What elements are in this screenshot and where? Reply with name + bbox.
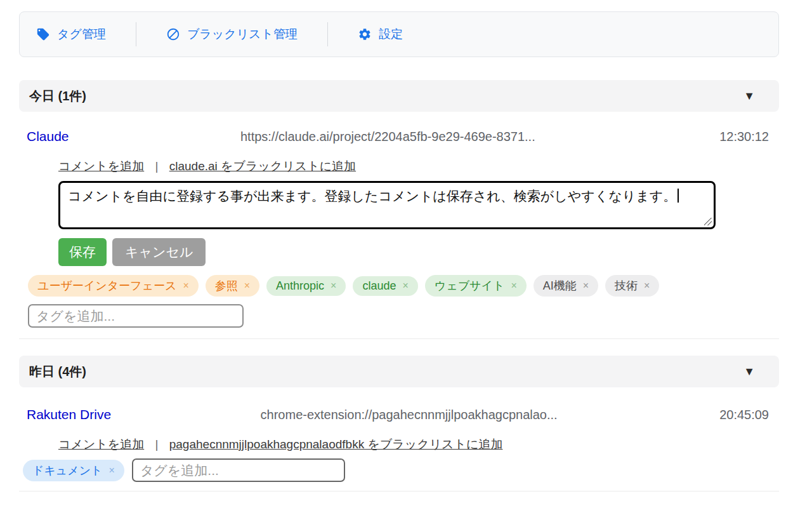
toolbar-blacklist-manage-label: ブラックリスト管理 <box>187 26 298 43</box>
section-divider <box>19 338 779 339</box>
add-comment-link[interactable]: コメントを追加 <box>58 438 144 451</box>
tag-label: ドキュメント <box>32 463 103 478</box>
section-header-today[interactable]: 今日 (1件) ▼ <box>19 80 779 112</box>
tag-pill: ドキュメント× <box>23 460 124 481</box>
section-title: 昨日 (4件) <box>29 363 86 380</box>
tag-remove-icon[interactable]: × <box>331 280 336 291</box>
tag-list: ドキュメント× <box>23 458 779 482</box>
toolbar: タグ管理 ブラックリスト管理 設定 <box>19 11 779 57</box>
comment-editor-buttons: 保存 キャンセル <box>58 238 779 266</box>
block-icon <box>166 27 180 41</box>
entry-url: chrome-extension://pagahecnnmjjlpoakhagc… <box>111 408 707 422</box>
history-entry-claude: Claude https://claude.ai/project/2204a5f… <box>19 129 779 328</box>
add-tag-input[interactable] <box>132 458 345 482</box>
entry-actions: コメントを追加 | claude.ai をブラックリストに追加 <box>58 158 779 175</box>
add-to-blacklist-link[interactable]: pagahecnnmjjlpoakhagcpnalaodfbkk をブラックリス… <box>169 438 503 451</box>
toolbar-item-settings[interactable]: 設定 <box>358 26 403 43</box>
tag-remove-icon[interactable]: × <box>583 280 589 291</box>
tag-pill: ユーザーインターフェース× <box>28 275 199 297</box>
link-separator: | <box>155 438 159 451</box>
tag-icon <box>36 27 50 41</box>
tag-label: 参照 <box>215 278 238 293</box>
tag-label: ウェブサイト <box>435 278 505 293</box>
link-separator: | <box>155 159 159 173</box>
tag-pill: ウェブサイト× <box>425 275 527 297</box>
tag-remove-icon[interactable]: × <box>109 465 115 476</box>
entry-title-link[interactable]: Claude <box>27 129 69 144</box>
collapse-icon[interactable]: ▼ <box>743 90 755 103</box>
toolbar-item-tag-manage[interactable]: タグ管理 <box>36 26 106 43</box>
add-tag-input[interactable] <box>28 304 244 328</box>
add-comment-link[interactable]: コメントを追加 <box>58 159 144 173</box>
toolbar-tag-manage-label: タグ管理 <box>57 26 106 43</box>
entry-time: 20:45:09 <box>719 408 769 422</box>
text-caret <box>678 189 679 203</box>
add-to-blacklist-link[interactable]: claude.ai をブラックリストに追加 <box>169 159 356 173</box>
tag-pill: 参照× <box>206 275 259 297</box>
tag-label: Anthropic <box>276 279 324 293</box>
tag-label: ユーザーインターフェース <box>37 278 176 293</box>
save-button[interactable]: 保存 <box>58 238 107 266</box>
tag-remove-icon[interactable]: × <box>183 280 188 291</box>
tag-label: 技術 <box>615 278 638 293</box>
tag-label: AI機能 <box>543 278 577 293</box>
tag-pill: Anthropic× <box>266 276 346 296</box>
tag-pill: 技術× <box>605 275 659 297</box>
comment-textarea[interactable]: コメントを自由に登録する事が出来ます。登録したコメントは保存され、検索がしやすく… <box>58 181 716 229</box>
toolbar-divider <box>136 22 136 46</box>
toolbar-item-blacklist-manage[interactable]: ブラックリスト管理 <box>166 26 298 43</box>
collapse-icon[interactable]: ▼ <box>743 365 755 378</box>
gear-icon <box>358 27 372 41</box>
section-title: 今日 (1件) <box>29 88 86 105</box>
entry-url: https://claude.ai/project/2204a5fb-9e29-… <box>69 130 707 144</box>
tag-remove-icon[interactable]: × <box>403 280 409 291</box>
tag-list: ユーザーインターフェース× 参照× Anthropic× claude× ウェブ… <box>28 275 779 297</box>
tag-remove-icon[interactable]: × <box>644 280 650 291</box>
toolbar-divider <box>327 22 328 46</box>
entry-row: Claude https://claude.ai/project/2204a5f… <box>27 129 769 144</box>
tag-remove-icon[interactable]: × <box>244 280 250 291</box>
comment-text: コメントを自由に登録する事が出来ます。登録したコメントは保存され、検索がしやすく… <box>68 189 676 203</box>
bottom-divider <box>19 491 779 491</box>
toolbar-settings-label: 設定 <box>379 26 403 43</box>
entry-time: 12:30:12 <box>719 130 769 144</box>
cancel-button[interactable]: キャンセル <box>112 238 206 266</box>
tag-label: claude <box>362 279 396 293</box>
entry-row: Rakuten Drive chrome-extension://pagahec… <box>27 407 769 422</box>
entry-actions: コメントを追加 | pagahecnnmjjlpoakhagcpnalaodfb… <box>58 436 779 453</box>
tag-remove-icon[interactable]: × <box>511 280 516 291</box>
history-entry-rakuten-drive: Rakuten Drive chrome-extension://pagahec… <box>19 407 779 482</box>
entry-title-link[interactable]: Rakuten Drive <box>27 407 111 422</box>
section-header-yesterday[interactable]: 昨日 (4件) ▼ <box>19 356 779 387</box>
tag-pill: claude× <box>353 276 417 296</box>
tag-pill: AI機能× <box>534 275 598 297</box>
page: タグ管理 ブラックリスト管理 設定 今日 (1件) ▼ Claude https… <box>19 11 779 491</box>
